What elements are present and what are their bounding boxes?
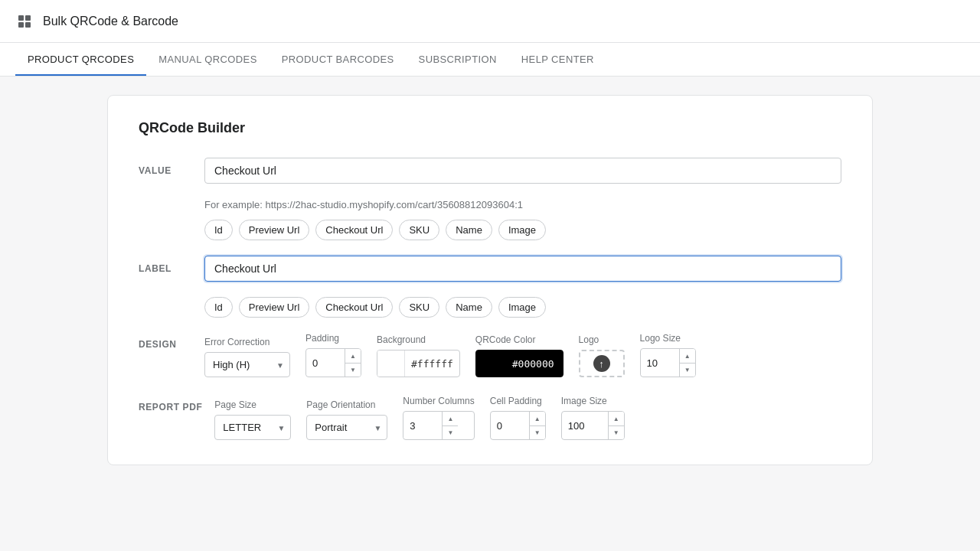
page-orientation-group: Page Orientation Portrait Landscape ▼ <box>306 399 387 440</box>
background-color-value: #ffffff <box>405 358 459 370</box>
value-tag-name[interactable]: Name <box>446 220 492 240</box>
label-tag-id[interactable]: Id <box>204 297 233 318</box>
report-label: REPORT PDF <box>139 396 202 412</box>
logo-group: Logo ↑ <box>579 334 625 377</box>
padding-spinner: ▲ ▼ <box>345 349 361 377</box>
label-field-wrapper <box>204 256 841 282</box>
label-tag-preview-url[interactable]: Preview Url <box>239 297 309 318</box>
image-size-down-button[interactable]: ▼ <box>609 425 624 439</box>
value-tag-sku[interactable]: SKU <box>399 220 439 240</box>
label-label: LABEL <box>139 256 192 274</box>
error-correction-group: Error Correction Low (L) Medium (M) Quar… <box>204 337 290 377</box>
design-label: DESIGN <box>139 333 192 350</box>
tab-product-barcodes[interactable]: PRODUCT BARCODES <box>270 43 407 76</box>
value-tag-checkout-url[interactable]: Checkout Url <box>315 220 393 240</box>
image-size-spinner: ▲ ▼ <box>608 412 624 439</box>
tab-help-center[interactable]: HELP CENTER <box>509 43 606 76</box>
qrcode-color-label: QRCode Color <box>475 334 564 345</box>
number-columns-spinner: ▲ ▼ <box>442 412 458 439</box>
svg-rect-0 <box>18 15 24 21</box>
value-tag-id[interactable]: Id <box>204 220 233 240</box>
error-correction-label: Error Correction <box>204 337 290 347</box>
padding-input[interactable] <box>306 351 345 375</box>
logo-size-down-button[interactable]: ▼ <box>680 363 695 377</box>
qrcode-color-swatch[interactable]: #000000 <box>475 350 564 377</box>
qrcode-color-value: #000000 <box>503 350 564 377</box>
logo-size-up-button[interactable]: ▲ <box>680 349 695 363</box>
logo-size-input[interactable] <box>641 351 679 375</box>
cell-padding-group: Cell Padding ▲ ▼ <box>490 396 546 440</box>
padding-number-wrapper: ▲ ▼ <box>305 348 361 377</box>
cell-padding-down-button[interactable]: ▼ <box>530 425 545 439</box>
padding-down-button[interactable]: ▼ <box>345 363 361 377</box>
page-orientation-label: Page Orientation <box>306 399 387 410</box>
main-content: QRCode Builder VALUE For example: https:… <box>0 77 980 484</box>
label-tag-image[interactable]: Image <box>498 297 546 318</box>
design-row: DESIGN Error Correction Low (L) Medium (… <box>139 333 841 377</box>
value-tag-preview-url[interactable]: Preview Url <box>239 220 309 240</box>
card-title: QRCode Builder <box>139 120 841 136</box>
tab-manual-qrcodes[interactable]: MANUAL QRCODES <box>146 43 270 76</box>
label-tag-list: Id Preview Url Checkout Url SKU Name Ima… <box>204 297 841 318</box>
image-size-input[interactable] <box>562 414 608 438</box>
nav-tabs: PRODUCT QRCODES MANUAL QRCODES PRODUCT B… <box>0 43 980 77</box>
page-orientation-select[interactable]: Portrait Landscape <box>306 415 387 440</box>
svg-rect-2 <box>18 22 24 28</box>
page-orientation-select-wrapper: Portrait Landscape ▼ <box>306 415 387 440</box>
value-label: VALUE <box>139 158 192 176</box>
label-input[interactable] <box>204 256 841 282</box>
value-tag-list: Id Preview Url Checkout Url SKU Name Ima… <box>204 220 841 240</box>
value-tag-image[interactable]: Image <box>498 220 546 240</box>
page-size-group: Page Size LETTER A4 A3 ▼ <box>214 399 291 440</box>
cell-padding-up-button[interactable]: ▲ <box>530 412 545 425</box>
error-correction-select[interactable]: Low (L) Medium (M) Quartile (Q) High (H) <box>204 352 290 377</box>
logo-label: Logo <box>579 334 625 345</box>
value-row: VALUE <box>139 158 841 184</box>
padding-group: Padding ▲ ▼ <box>305 333 361 377</box>
logo-upload-area[interactable]: ↑ <box>579 350 625 377</box>
number-columns-input[interactable] <box>403 414 442 438</box>
number-columns-up-button[interactable]: ▲ <box>443 412 458 425</box>
image-size-group: Image Size ▲ ▼ <box>561 396 625 440</box>
logo-size-label: Logo Size <box>640 333 696 344</box>
app-title: Bulk QRCode & Barcode <box>43 15 178 28</box>
tab-product-qrcodes[interactable]: PRODUCT QRCODES <box>15 43 146 76</box>
qrcode-color-block <box>475 350 503 377</box>
logo-size-spinner: ▲ ▼ <box>679 349 695 377</box>
cell-padding-input[interactable] <box>491 414 529 438</box>
image-size-up-button[interactable]: ▲ <box>609 412 624 425</box>
value-input[interactable] <box>204 158 841 184</box>
image-size-wrapper: ▲ ▼ <box>561 411 625 440</box>
qrcode-color-group: QRCode Color #000000 <box>475 334 564 377</box>
upload-icon: ↑ <box>593 355 610 372</box>
app-header: Bulk QRCode & Barcode <box>0 0 980 43</box>
label-tag-name[interactable]: Name <box>446 297 492 318</box>
number-columns-wrapper: ▲ ▼ <box>403 411 474 440</box>
background-color-swatch[interactable]: #ffffff <box>377 350 460 377</box>
value-field-wrapper <box>204 158 841 184</box>
page-size-select-wrapper: LETTER A4 A3 ▼ <box>214 415 291 440</box>
cell-padding-spinner: ▲ ▼ <box>529 412 545 439</box>
qrcode-builder-card: QRCode Builder VALUE For example: https:… <box>107 95 873 465</box>
grid-icon <box>15 12 34 31</box>
logo-size-group: Logo Size ▲ ▼ <box>640 333 696 377</box>
cell-padding-wrapper: ▲ ▼ <box>490 411 546 440</box>
error-correction-select-wrapper: Low (L) Medium (M) Quartile (Q) High (H)… <box>204 352 290 377</box>
padding-label: Padding <box>305 333 361 344</box>
logo-size-number-wrapper: ▲ ▼ <box>640 348 696 377</box>
svg-rect-3 <box>25 22 31 28</box>
label-tag-checkout-url[interactable]: Checkout Url <box>315 297 393 318</box>
page-size-select[interactable]: LETTER A4 A3 <box>214 415 291 440</box>
svg-rect-1 <box>25 15 31 21</box>
number-columns-group: Number Columns ▲ ▼ <box>403 396 474 440</box>
design-fields: Error Correction Low (L) Medium (M) Quar… <box>204 333 696 377</box>
background-label: Background <box>377 334 460 345</box>
label-tag-sku[interactable]: SKU <box>399 297 439 318</box>
number-columns-down-button[interactable]: ▼ <box>443 425 458 439</box>
padding-up-button[interactable]: ▲ <box>345 349 361 363</box>
cell-padding-label: Cell Padding <box>490 396 546 406</box>
tab-subscription[interactable]: SUBSCRIPTION <box>407 43 509 76</box>
report-row: REPORT PDF Page Size LETTER A4 A3 ▼ <box>139 396 841 440</box>
report-fields: Page Size LETTER A4 A3 ▼ Page Orientatio… <box>214 396 624 440</box>
page-size-label: Page Size <box>214 399 291 410</box>
